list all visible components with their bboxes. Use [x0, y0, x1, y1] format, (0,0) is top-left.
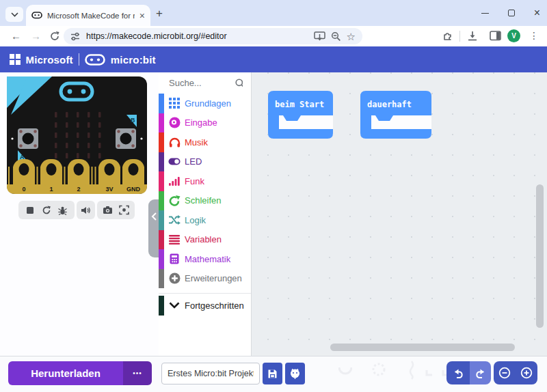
button-b[interactable] — [116, 128, 136, 149]
window-close-icon[interactable]: × — [534, 8, 540, 18]
category-stripe — [159, 152, 164, 172]
category-eingabe[interactable]: Eingabe — [159, 113, 251, 133]
tab-close-icon[interactable]: × — [139, 10, 145, 21]
pin-2-label: 2 — [77, 186, 80, 193]
category-musik[interactable]: Musik — [159, 132, 251, 152]
category-stripe — [159, 249, 164, 269]
category-erweiterungen[interactable]: Erweiterungen — [159, 269, 251, 289]
zoom-controls — [494, 361, 537, 384]
horizontal-scrollbar[interactable] — [330, 344, 515, 351]
search-input[interactable] — [169, 78, 230, 88]
site-settings-icon[interactable] — [70, 32, 81, 41]
sim-sound-group — [77, 201, 95, 219]
category-label: LED — [185, 156, 202, 167]
block-forever[interactable]: dauerhaft — [360, 91, 431, 139]
browser-menu-icon[interactable]: ⋮ — [529, 30, 539, 41]
zoom-out-button[interactable] — [494, 361, 516, 384]
category-funk[interactable]: Funk — [159, 171, 251, 191]
browser-tab[interactable]: Microsoft MakeCode for micro: × — [26, 5, 150, 26]
category-stripe — [159, 191, 164, 211]
makecode-header: Microsoft micro:bit Blöcke JS JavaScript… — [0, 46, 547, 72]
category-stripe — [159, 210, 164, 230]
chevron-left-icon — [151, 212, 157, 221]
microsoft-label: Microsoft — [26, 54, 73, 66]
project-name-input[interactable] — [161, 363, 260, 384]
redo-icon — [475, 368, 486, 378]
download-project-button[interactable]: Herunterladen ••• — [8, 361, 152, 385]
address-bar[interactable]: https://makecode.microbit.org/#editor ☆ — [64, 28, 362, 44]
category-variablen[interactable]: Variablen — [159, 230, 251, 250]
microsoft-logo — [10, 54, 21, 65]
undo-button[interactable] — [446, 361, 470, 384]
side-panel-icon[interactable] — [490, 31, 501, 41]
install-app-icon[interactable] — [314, 31, 325, 41]
stop-icon[interactable] — [26, 206, 34, 214]
extensions-icon[interactable] — [442, 31, 453, 42]
pins — [13, 159, 144, 186]
microbit-board[interactable]: A B 0 1 2 3V GND — [7, 76, 147, 194]
sim-control-group — [18, 201, 75, 219]
bookmark-star-icon[interactable]: ☆ — [347, 31, 356, 42]
fullscreen-icon[interactable] — [119, 205, 129, 215]
volume-icon[interactable] — [81, 206, 91, 215]
simulator-collapse-handle[interactable] — [148, 199, 159, 257]
restart-icon[interactable] — [42, 206, 51, 215]
camera-icon[interactable] — [103, 206, 113, 214]
pin-gnd-label: GND — [126, 186, 141, 193]
category-schleifen[interactable]: Schleifen — [159, 191, 251, 211]
loops-icon — [164, 195, 185, 206]
category-label: Musik — [185, 137, 208, 148]
github-button[interactable] — [285, 363, 305, 384]
pin-3v-label: 3V — [105, 186, 113, 193]
tab-search-button[interactable] — [5, 7, 23, 22]
zoom-in-button[interactable] — [516, 361, 537, 384]
screen: Microsoft MakeCode for micro: × + × ← → … — [0, 0, 547, 392]
brand-divider — [79, 53, 79, 66]
new-tab-button[interactable]: + — [156, 8, 163, 19]
reload-icon[interactable] — [49, 31, 60, 42]
search-icon — [235, 78, 243, 89]
toolbox-search[interactable] — [159, 72, 251, 94]
logic-shuffle-icon — [164, 215, 185, 225]
advanced-chevron-icon — [164, 302, 185, 309]
url-text[interactable]: https://makecode.microbit.org/#editor — [86, 31, 308, 41]
category-stripe — [159, 296, 164, 316]
block-on-start[interactable]: beim Start — [268, 91, 333, 139]
tab-title: Microsoft MakeCode for micro: — [47, 12, 135, 20]
window-maximize-icon[interactable] — [508, 10, 515, 16]
microbit-logo — [85, 54, 105, 66]
category-stripe — [159, 230, 164, 250]
category-label: Fortgeschritten — [185, 300, 244, 311]
category-fortgeschritten[interactable]: Fortgeschritten — [159, 296, 251, 316]
category-stripe — [159, 94, 164, 113]
forward-icon[interactable]: → — [31, 30, 41, 42]
block-label: beim Start — [275, 100, 324, 109]
download-label[interactable]: Herunterladen — [8, 361, 123, 385]
music-headphones-icon — [164, 137, 185, 148]
category-stripe — [159, 269, 164, 289]
avatar[interactable]: V — [507, 29, 520, 42]
category-label: Funk — [185, 176, 204, 186]
category-grundlagen[interactable]: Grundlagen — [159, 94, 251, 113]
button-a[interactable] — [18, 128, 38, 149]
category-logik[interactable]: Logik — [159, 210, 251, 230]
debug-bug-icon[interactable] — [58, 206, 67, 215]
download-options-button[interactable]: ••• — [123, 361, 152, 385]
block-label: dauerhaft — [367, 100, 412, 109]
vertical-scrollbar[interactable] — [536, 184, 544, 328]
category-led[interactable]: LED — [159, 152, 251, 172]
redo-button[interactable] — [470, 361, 491, 384]
variables-lines-icon — [164, 235, 185, 244]
save-button[interactable] — [263, 363, 282, 384]
category-mathematik[interactable]: Mathematik — [159, 249, 251, 269]
block-workspace[interactable]: beim Start dauerhaft — [252, 72, 547, 356]
save-floppy-icon — [267, 369, 278, 379]
download-icon[interactable] — [467, 31, 478, 41]
radio-signal-icon — [164, 176, 185, 186]
editor-footer: Herunterladen ••• — [0, 356, 547, 392]
undo-redo-group — [446, 361, 491, 384]
window-minimize-icon[interactable] — [481, 13, 489, 14]
zoom-out-page-icon[interactable] — [331, 31, 341, 42]
zoom-in-icon — [520, 367, 533, 379]
back-icon[interactable]: ← — [11, 30, 21, 42]
